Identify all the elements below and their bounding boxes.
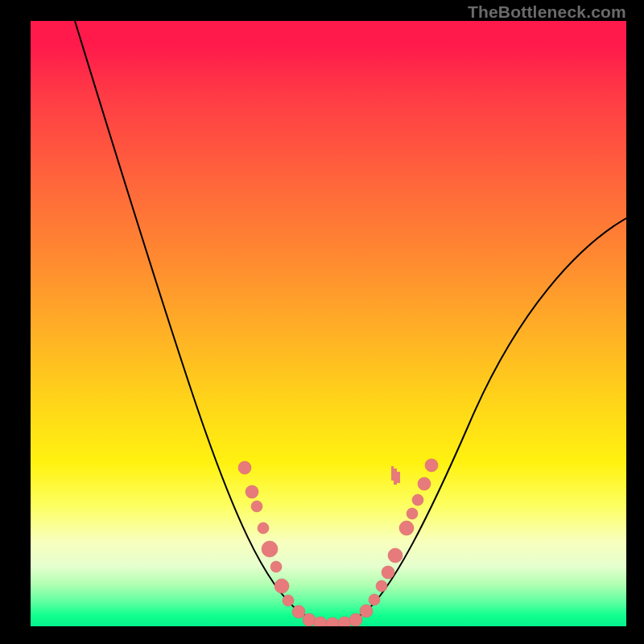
data-marker: [412, 494, 423, 506]
data-marker: [238, 461, 251, 474]
data-marker: [382, 566, 394, 579]
data-marker: [246, 485, 258, 498]
data-marker: [314, 617, 327, 626]
data-marker: [270, 561, 282, 572]
data-marker: [425, 459, 438, 472]
bottleneck-curve: [75, 21, 626, 623]
data-marker: [326, 617, 339, 626]
data-marker: [360, 605, 373, 617]
data-marker: [258, 522, 269, 534]
data-marker: [349, 613, 362, 626]
data-marker: [388, 548, 402, 563]
data-marker: [369, 594, 380, 605]
chart-frame: TheBottleneck.com: [0, 0, 644, 644]
data-marker: [376, 580, 387, 592]
data-markers: [238, 459, 438, 626]
data-marker: [303, 613, 316, 626]
data-marker: [262, 541, 278, 557]
plot-area: [31, 21, 626, 626]
data-marker: [407, 508, 418, 519]
data-marker: [292, 605, 305, 618]
curve-group: [75, 21, 626, 623]
data-marker: [418, 477, 431, 490]
score-bar: [394, 469, 397, 485]
data-marker: [338, 617, 351, 626]
chart-svg: [31, 21, 626, 626]
score-bars: [391, 466, 400, 485]
data-marker: [283, 595, 294, 606]
score-bar: [397, 472, 400, 483]
score-bar: [391, 466, 394, 481]
data-marker: [399, 521, 414, 535]
watermark-text: TheBottleneck.com: [468, 2, 626, 22]
data-marker: [251, 501, 262, 512]
data-marker: [275, 579, 289, 593]
